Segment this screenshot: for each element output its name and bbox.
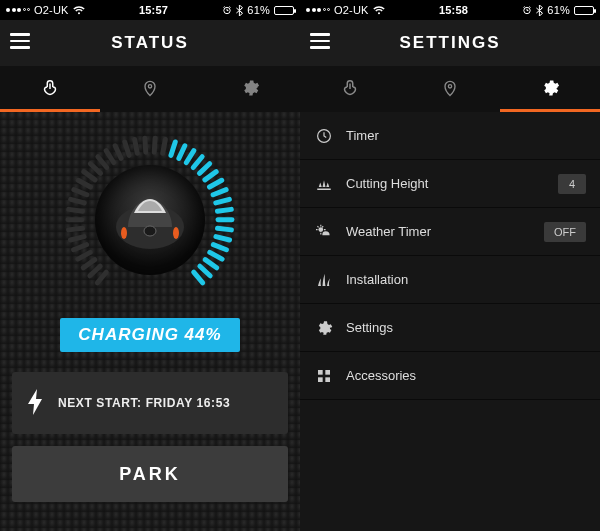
- signal-dots-icon: [306, 8, 330, 12]
- app-header: STATUS: [0, 20, 300, 66]
- svg-line-3: [90, 266, 100, 276]
- svg-line-38: [210, 252, 222, 259]
- menu-icon[interactable]: [310, 33, 330, 49]
- wifi-icon: [73, 6, 85, 15]
- svg-rect-52: [318, 377, 323, 382]
- tab-location[interactable]: [400, 66, 500, 112]
- bluetooth-icon: [536, 5, 543, 16]
- svg-point-43: [144, 226, 156, 236]
- tab-location[interactable]: [100, 66, 200, 112]
- height-icon: [314, 175, 334, 193]
- gear-icon: [540, 78, 560, 98]
- svg-rect-51: [325, 370, 330, 375]
- next-start-label: NEXT START: FRIDAY 16:53: [58, 396, 230, 410]
- weather-icon: [314, 224, 334, 240]
- settings-row-cutting-height[interactable]: Cutting Height4: [300, 160, 600, 208]
- svg-line-41: [194, 272, 203, 283]
- battery-pct-label: 61%: [247, 4, 270, 16]
- gear-icon: [240, 78, 260, 98]
- tab-status[interactable]: [300, 66, 400, 112]
- ios-status-bar: O2-UK 15:58 61%: [300, 0, 600, 20]
- settings-row-weather-timer[interactable]: Weather TimerOFF: [300, 208, 600, 256]
- svg-line-27: [193, 157, 202, 168]
- battery-icon: [574, 6, 594, 15]
- bolt-icon: [26, 389, 44, 418]
- settings-row-accessories[interactable]: Accessories: [300, 352, 600, 400]
- svg-line-19: [125, 142, 129, 155]
- svg-line-15: [90, 164, 100, 174]
- grass-icon: [314, 271, 334, 289]
- settings-screen: O2-UK 15:58 61% SETTINGS: [300, 0, 600, 531]
- svg-line-5: [78, 252, 90, 259]
- svg-point-44: [121, 227, 127, 239]
- svg-line-2: [97, 272, 106, 283]
- svg-line-40: [200, 266, 210, 276]
- tab-settings[interactable]: [200, 66, 300, 112]
- svg-line-23: [163, 139, 166, 153]
- svg-point-47: [448, 84, 451, 87]
- settings-row-timer[interactable]: Timer: [300, 112, 600, 160]
- tab-settings[interactable]: [500, 66, 600, 112]
- svg-line-36: [216, 237, 230, 240]
- svg-line-26: [186, 151, 193, 163]
- svg-point-1: [148, 84, 151, 87]
- tab-bar: [300, 66, 600, 112]
- settings-row-settings[interactable]: Settings: [300, 304, 600, 352]
- row-label: Timer: [346, 128, 586, 143]
- app-header: SETTINGS: [300, 20, 600, 66]
- carrier-label: O2-UK: [34, 4, 69, 16]
- svg-line-13: [78, 180, 90, 187]
- park-label: PARK: [119, 464, 181, 485]
- status-screen: O2-UK 15:57 61% STATUS: [0, 0, 300, 531]
- svg-line-24: [171, 142, 175, 155]
- svg-line-31: [213, 190, 226, 195]
- settings-row-installation[interactable]: Installation: [300, 256, 600, 304]
- settings-list: TimerCutting Height4Weather TimerOFFInst…: [300, 112, 600, 531]
- svg-line-33: [217, 209, 231, 211]
- svg-line-28: [199, 164, 209, 174]
- touch-icon: [339, 77, 361, 99]
- alarm-icon: [222, 5, 232, 15]
- bluetooth-icon: [236, 5, 243, 16]
- gear-icon: [314, 319, 334, 337]
- row-label: Installation: [346, 272, 586, 287]
- pin-icon: [140, 78, 160, 98]
- tab-bar: [0, 66, 300, 112]
- menu-icon[interactable]: [10, 33, 30, 49]
- svg-line-35: [218, 228, 232, 230]
- grid-icon: [314, 368, 334, 384]
- svg-line-39: [205, 260, 216, 268]
- row-label: Settings: [346, 320, 586, 335]
- svg-line-11: [71, 199, 85, 203]
- next-start-card[interactable]: NEXT START: FRIDAY 16:53: [12, 372, 288, 434]
- row-label: Weather Timer: [346, 224, 532, 239]
- pin-icon: [440, 78, 460, 98]
- svg-line-14: [84, 172, 95, 180]
- row-value: 4: [558, 174, 586, 194]
- svg-rect-50: [318, 370, 323, 375]
- svg-line-12: [74, 190, 87, 195]
- clock-icon: [314, 127, 334, 145]
- svg-line-32: [216, 199, 230, 203]
- row-value: OFF: [544, 222, 586, 242]
- tab-status[interactable]: [0, 66, 100, 112]
- svg-line-7: [70, 237, 84, 240]
- svg-line-21: [145, 138, 146, 152]
- charging-badge: CHARGING 44%: [60, 318, 239, 352]
- touch-icon: [39, 77, 61, 99]
- svg-line-30: [209, 180, 221, 187]
- svg-line-10: [69, 209, 83, 211]
- svg-line-6: [74, 245, 87, 250]
- svg-line-17: [106, 151, 113, 163]
- charge-gauge: [60, 130, 240, 310]
- carrier-label: O2-UK: [334, 4, 369, 16]
- battery-icon: [274, 6, 294, 15]
- ios-status-bar: O2-UK 15:57 61%: [0, 0, 300, 20]
- row-label: Accessories: [346, 368, 586, 383]
- page-title: STATUS: [111, 33, 188, 53]
- park-button[interactable]: PARK: [12, 446, 288, 502]
- svg-line-22: [154, 138, 155, 152]
- svg-line-37: [213, 245, 226, 250]
- svg-rect-53: [325, 377, 330, 382]
- signal-dots-icon: [6, 8, 30, 12]
